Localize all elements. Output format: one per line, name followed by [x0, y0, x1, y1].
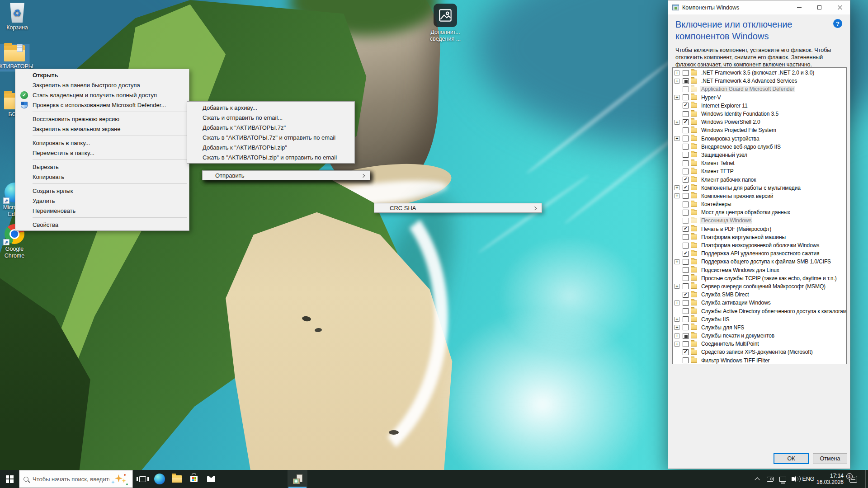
- expand-icon[interactable]: [675, 185, 679, 190]
- expand-icon[interactable]: [675, 95, 679, 100]
- expand-icon[interactable]: [675, 193, 679, 198]
- language-indicator[interactable]: ENG: [801, 470, 816, 488]
- feature-row[interactable]: .NET Framework 3.5 (включает .NET 2.0 и …: [673, 69, 846, 77]
- help-icon[interactable]: ?: [833, 19, 842, 28]
- feature-row[interactable]: Подсистема Windows для Linux: [673, 266, 846, 274]
- feature-row[interactable]: Службы IIS: [673, 315, 846, 324]
- context-menu-item[interactable]: Вырезать: [15, 162, 189, 172]
- context-menu-item[interactable]: Закрепить на панели быстрого доступа: [15, 80, 189, 90]
- feature-row[interactable]: Соединитель MultiPoint: [673, 340, 846, 348]
- feature-row[interactable]: Windows Identity Foundation 3.5: [673, 110, 846, 118]
- taskbar-edge-button[interactable]: [151, 470, 168, 488]
- feature-checkbox[interactable]: [683, 193, 689, 199]
- submenu-item[interactable]: Сжать и отправить по email...: [187, 113, 354, 122]
- feature-row[interactable]: Клиент Telnet: [673, 159, 846, 167]
- context-menu-item[interactable]: Стать владельцем и получить полный досту…: [15, 90, 189, 100]
- tray-overflow-button[interactable]: [751, 470, 763, 488]
- feature-checkbox[interactable]: [683, 308, 689, 314]
- taskbar-windows-features-app[interactable]: [288, 470, 307, 488]
- submenu-item[interactable]: Добавить к архиву...: [187, 103, 354, 113]
- maximize-button[interactable]: [809, 1, 830, 14]
- feature-row[interactable]: Внедряемое веб-ядро служб IIS: [673, 143, 846, 151]
- feature-row[interactable]: Сервер очереди сообщений Майкрософт (MSM…: [673, 282, 846, 291]
- context-menu-item[interactable]: Копировать: [15, 172, 189, 182]
- feature-row[interactable]: Службы Active Directory облегченного дос…: [673, 307, 846, 315]
- ok-button[interactable]: ОК: [774, 453, 809, 464]
- context-menu-item[interactable]: Отправить: [202, 170, 370, 180]
- feature-checkbox[interactable]: [683, 300, 689, 306]
- feature-checkbox[interactable]: [683, 316, 689, 322]
- feature-row[interactable]: Платформа виртуальной машины: [673, 233, 846, 241]
- submenu-item[interactable]: Сжать в "АКТИВАТОРЫ.7z" и отправить по e…: [187, 132, 354, 142]
- submenu-item[interactable]: Добавить к "АКТИВАТОРЫ.zip": [187, 142, 354, 152]
- feature-checkbox[interactable]: [683, 111, 689, 117]
- search-box[interactable]: [19, 470, 133, 488]
- expand-icon[interactable]: [675, 300, 679, 305]
- taskbar-store-button[interactable]: [185, 470, 203, 488]
- search-input[interactable]: [33, 476, 109, 483]
- feature-checkbox[interactable]: [683, 94, 689, 100]
- task-view-button[interactable]: [134, 470, 151, 488]
- feature-checkbox[interactable]: [683, 202, 689, 207]
- feature-checkbox[interactable]: [683, 86, 689, 92]
- desktop-icon-recycle-bin[interactable]: ♻ Корзина: [1, 3, 33, 31]
- feature-checkbox[interactable]: [683, 218, 689, 224]
- taskbar-clock[interactable]: 17:14 16.03.2026: [816, 470, 844, 488]
- feature-row[interactable]: Контейнеры: [673, 200, 846, 208]
- expand-icon[interactable]: [675, 70, 679, 75]
- feature-row[interactable]: Служба активации Windows: [673, 299, 846, 307]
- feature-checkbox[interactable]: [683, 251, 689, 257]
- feature-checkbox[interactable]: [683, 283, 689, 289]
- feature-row[interactable]: Клиент рабочих папок: [673, 175, 846, 183]
- context-menu-item[interactable]: Копировать в папку...: [15, 138, 189, 148]
- context-menu-item[interactable]: Восстановить прежнюю версию: [15, 114, 189, 124]
- expand-icon[interactable]: [675, 120, 679, 125]
- start-button[interactable]: [0, 470, 19, 488]
- feature-checkbox[interactable]: [683, 78, 689, 84]
- feature-row[interactable]: Hyper-V: [673, 94, 846, 102]
- feature-checkbox[interactable]: [683, 169, 689, 174]
- feature-checkbox[interactable]: [683, 341, 689, 347]
- feature-checkbox[interactable]: [683, 243, 689, 249]
- feature-row[interactable]: Поддержка общего доступа к файлам SMB 1.…: [673, 258, 846, 266]
- feature-row[interactable]: Печать в PDF (Майкрософт): [673, 225, 846, 233]
- submenu-item[interactable]: Добавить к "АКТИВАТОРЫ.7z": [187, 122, 354, 132]
- expand-icon[interactable]: [675, 259, 679, 264]
- expand-icon[interactable]: [675, 284, 679, 289]
- expand-icon[interactable]: [675, 317, 679, 322]
- feature-row[interactable]: Windows Projected File System: [673, 126, 846, 134]
- minimize-button[interactable]: [789, 1, 809, 14]
- feature-checkbox[interactable]: [683, 357, 689, 363]
- close-button[interactable]: [830, 1, 850, 14]
- feature-row[interactable]: .NET Framework 4.8 Advanced Services: [673, 77, 846, 85]
- feature-row[interactable]: Фильтр Windows TIFF IFilter: [673, 357, 846, 364]
- feature-row[interactable]: Компоненты для работы с мультимедиа: [673, 184, 846, 192]
- feature-row[interactable]: Службы печати и документов: [673, 332, 846, 340]
- feature-row[interactable]: Песочница Windows: [673, 216, 846, 225]
- tray-cast-button[interactable]: [764, 470, 776, 488]
- feature-checkbox[interactable]: [683, 177, 689, 183]
- feature-checkbox[interactable]: [683, 210, 689, 216]
- tray-network-button[interactable]: [777, 470, 788, 488]
- context-menu-item[interactable]: Открыть: [15, 70, 189, 80]
- submenu-item[interactable]: CRC SHA: [374, 203, 542, 213]
- feature-row[interactable]: Клиент TFTP: [673, 167, 846, 175]
- action-center-button[interactable]: 1: [845, 470, 861, 488]
- desktop-icon-folder-activators[interactable]: АКТИВАТОРЫ: [0, 44, 29, 71]
- feature-row[interactable]: Простые службы TCPIP (такие как echo, da…: [673, 274, 846, 282]
- cancel-button[interactable]: Отмена: [813, 453, 847, 464]
- context-menu-item[interactable]: Создать ярлык: [15, 186, 189, 196]
- feature-row[interactable]: Поддержка API удаленного разностного сжа…: [673, 249, 846, 258]
- feature-checkbox[interactable]: [683, 144, 689, 150]
- feature-checkbox[interactable]: [683, 226, 689, 232]
- feature-row[interactable]: Средство записи XPS-документов (Microsof…: [673, 348, 846, 356]
- feature-checkbox[interactable]: [683, 259, 689, 265]
- feature-row[interactable]: Служба SMB Direct: [673, 291, 846, 299]
- expand-icon[interactable]: [675, 325, 679, 330]
- feature-row[interactable]: Блокировка устройства: [673, 135, 846, 143]
- feature-row[interactable]: Windows PowerShell 2.0: [673, 118, 846, 126]
- expand-icon[interactable]: [675, 79, 679, 84]
- feature-checkbox[interactable]: [683, 136, 689, 141]
- feature-row[interactable]: Internet Explorer 11: [673, 102, 846, 110]
- feature-checkbox[interactable]: [683, 70, 689, 76]
